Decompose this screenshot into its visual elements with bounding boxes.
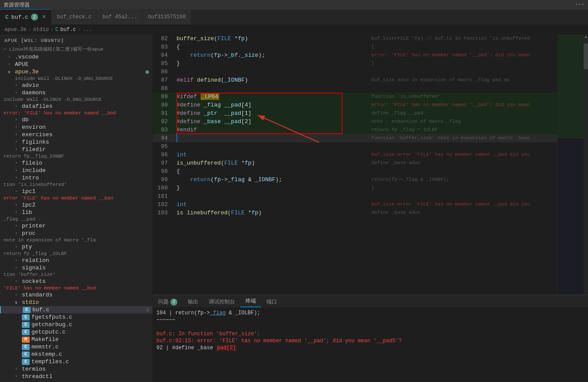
sidebar-item-filedir[interactable]: › filedir <box>0 146 152 153</box>
c-file-icon: C <box>5 14 9 21</box>
sidebar-item-pty[interactable]: › pty <box>0 243 152 251</box>
tab-other1[interactable]: buf_check.c <box>52 9 97 24</box>
tab-bufc[interactable]: C buf.c 2 × <box>0 9 52 24</box>
sidebar-item-datafiles[interactable]: › datafiles <box>0 103 152 110</box>
scroll-up-arrow[interactable]: ▲ <box>584 34 588 39</box>
scrollbar-thumb[interactable] <box>584 43 588 69</box>
folder-label: printer <box>22 223 46 229</box>
sidebar-item-apue3e[interactable]: ∨ apue.3e <box>0 68 152 76</box>
sidebar-item-signals[interactable]: › signals <box>0 264 152 272</box>
sidebar-item-db[interactable]: › db <box>0 116 152 124</box>
sidebar-item-standards[interactable]: › standards <box>0 291 152 299</box>
code-line-102: 102 int <box>153 200 557 209</box>
sidebar-item-sockets[interactable]: › sockets <box>0 278 152 285</box>
breadcrumb-part-5[interactable]: ... <box>83 27 92 33</box>
sidebar-item-threads[interactable]: › threads <box>0 380 152 382</box>
panel-tab-problems[interactable]: 问题 2 <box>153 296 183 307</box>
sidebar-item-proc[interactable]: › proc <box>0 230 152 237</box>
sidebar-file-mkstemp[interactable]: C mkstemp.c <box>0 351 152 358</box>
sidebar-item-apue[interactable]: › APUE <box>0 61 152 68</box>
sidebar-file-getcputc[interactable]: C getcputc.c <box>0 328 152 336</box>
line-content[interactable]: return(fp->_bf._size); <box>175 51 557 59</box>
line-content[interactable]: #endif <box>175 126 557 134</box>
sidebar-file-fgetsfputs[interactable]: C fgetsfputs.c <box>0 313 152 321</box>
line-content[interactable]: } <box>175 184 557 192</box>
arrow-icon: › <box>15 132 22 137</box>
folder-label: stdio <box>22 299 39 306</box>
line-content[interactable]: is linebuffered(FILE *fp) <box>175 209 557 217</box>
line-content[interactable]: { <box>175 167 557 176</box>
panel-tab-debug[interactable]: 调试控制台 <box>204 296 240 307</box>
sidebar-ghost-6: tion 'is_linebuffered' <box>0 182 152 188</box>
sidebar-item-daemons[interactable]: › daemons <box>0 89 152 96</box>
line-content[interactable]: #elif defined(_IONBF) <box>175 76 557 84</box>
line-content[interactable]: #define _base __pad[2] <box>175 117 557 126</box>
sidebar-item-exercises[interactable]: › exercises <box>0 131 152 138</box>
breadcrumb-part-4[interactable]: buf.c <box>60 27 76 33</box>
sidebar-item-fileio[interactable]: › fileio <box>0 159 152 167</box>
arrow-icon: › <box>15 147 22 152</box>
panel-tab-terminal[interactable]: 终端 <box>240 296 261 307</box>
sidebar-item-intro[interactable]: › intro <box>0 174 152 182</box>
tab-more[interactable]: buf 45a2... <box>97 9 142 24</box>
sidebar-item-include[interactable]: › include <box>0 167 152 174</box>
line-content[interactable]: buffer_size(FILE *fp) <box>175 34 557 43</box>
breadcrumb-part-1[interactable]: apue.3e <box>4 27 26 33</box>
file-type-icon: C <box>22 344 30 350</box>
line-content[interactable] <box>175 192 557 200</box>
line-content[interactable] <box>175 142 557 151</box>
breadcrumb-part-3[interactable]: C <box>55 27 59 33</box>
sidebar-item-termios[interactable]: › termios <box>0 365 152 373</box>
sidebar-item-printer[interactable]: › printer <box>0 222 152 230</box>
code-editor[interactable]: buf_size(FILE *fp) // buf_ts In function… <box>153 34 557 295</box>
line-content[interactable]: return(fp->_flag & _IONBF); <box>175 176 557 184</box>
folder-label: .vscode <box>15 54 39 60</box>
line-content[interactable] <box>175 84 557 93</box>
file-type-icon: C <box>22 322 30 328</box>
sidebar-item-lib[interactable]: › lib <box>0 209 152 216</box>
sidebar-item-vscode[interactable]: › .vscode <box>0 53 152 61</box>
sidebar-item-threadctl[interactable]: › threadctl <box>0 373 152 380</box>
vertical-scrollbar[interactable]: ▲ <box>584 34 588 295</box>
line-content[interactable]: int <box>175 151 557 159</box>
arrow-icon: › <box>15 374 22 379</box>
line-content[interactable]: #define _flag __pad[4] <box>175 101 557 109</box>
panel-tab-output[interactable]: 输出 <box>183 296 204 307</box>
panel-tab-ports[interactable]: 端口 <box>261 296 282 307</box>
line-content[interactable]: #define _ptr __pad[1] <box>175 109 557 117</box>
folder-label: signals <box>22 265 46 271</box>
sidebar-item-ipc1[interactable]: › ipc1 <box>0 188 152 195</box>
sidebar-file-memstr[interactable]: C memstr.c <box>0 343 152 351</box>
code-line-96: 96 int <box>153 151 557 159</box>
tab-file2[interactable]: buf313575160 <box>143 9 191 24</box>
sidebar-item-stdio[interactable]: ∨ stdio <box>0 299 152 306</box>
line-content[interactable]: is_unbuffered(FILE *fp) <box>175 159 557 167</box>
file-type-icon: M <box>22 337 30 343</box>
line-content[interactable]: { <box>175 43 557 51</box>
sidebar-item-environ[interactable]: › environ <box>0 124 152 131</box>
more-options[interactable]: ··· <box>575 2 585 8</box>
sidebar-file-makefile[interactable]: M Makefile <box>0 336 152 343</box>
line-content[interactable]: } <box>175 59 557 68</box>
sidebar-file-tempfiles[interactable]: C tempfiles.c <box>0 358 152 365</box>
line-content[interactable] <box>175 68 557 76</box>
line-number: 103 <box>153 209 175 217</box>
line-content[interactable]: #ifdef _LP64 <box>175 93 557 101</box>
arrow-icon: › <box>8 62 15 67</box>
code-line-103: 103 is linebuffered(FILE *fp) <box>153 209 557 217</box>
tab-close[interactable]: × <box>42 14 46 21</box>
breadcrumb-part-2[interactable]: stdio <box>33 27 49 33</box>
arrow-icon: › <box>15 367 22 372</box>
folder-label: db <box>22 117 29 123</box>
sidebar-item-ipc2[interactable]: › ipc2 <box>0 201 152 209</box>
sidebar-item-relation[interactable]: › relation <box>0 257 152 264</box>
sidebar-item-figlinks[interactable]: › figlinks <box>0 138 152 146</box>
line-content[interactable]: int <box>175 200 557 209</box>
sidebar-file-getcharbug[interactable]: C getcharbug.c <box>0 321 152 328</box>
code-line-85: 85 } <box>153 59 557 68</box>
sidebar-item-advio[interactable]: › advio <box>0 82 152 89</box>
file-label: buf.c <box>32 306 49 313</box>
code-line-99: 99 return(fp->_flag & _IONBF); <box>153 176 557 184</box>
sidebar-file-bufc[interactable]: C buf.c 2 <box>0 306 152 313</box>
line-content[interactable] <box>175 134 557 142</box>
